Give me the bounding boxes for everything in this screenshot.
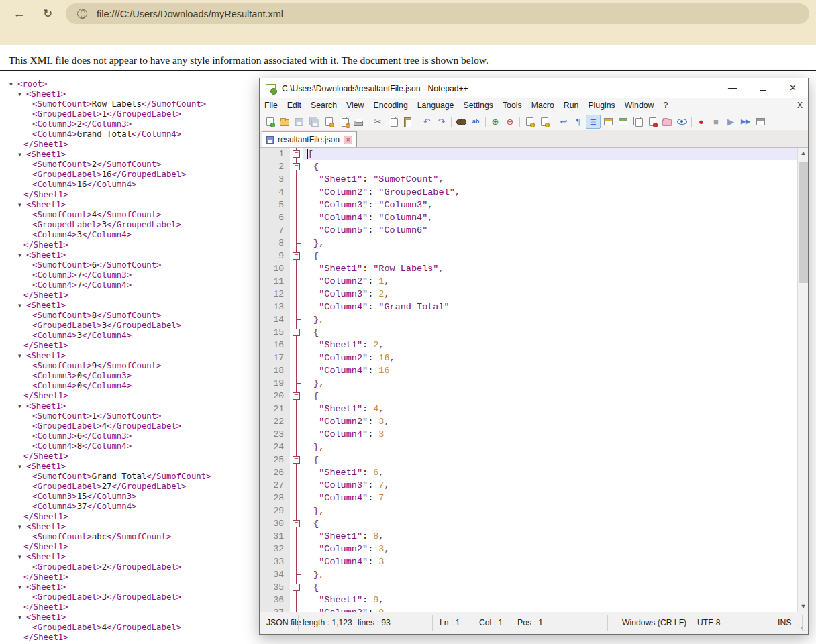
fold-margin[interactable] <box>290 237 303 250</box>
zoom-out-icon[interactable]: ⊖ <box>503 115 517 129</box>
code-text[interactable]: "Sheet1": 2, <box>303 339 808 352</box>
code-text[interactable]: { <box>303 453 808 466</box>
collapse-arrow-icon[interactable]: ▼ <box>18 522 26 532</box>
macro-record-icon[interactable]: ● <box>694 115 709 129</box>
code-text[interactable]: "Column2": 16, <box>303 352 808 364</box>
fold-margin[interactable] <box>290 199 303 211</box>
fold-margin[interactable]: − <box>290 581 303 594</box>
fold-collapse-icon[interactable]: − <box>293 252 300 260</box>
code-text[interactable]: "Column3": 0 <box>303 606 808 612</box>
code-text[interactable]: }, <box>303 441 808 453</box>
back-button[interactable]: ← <box>11 5 28 23</box>
fold-margin[interactable] <box>290 186 303 199</box>
show-all-characters-icon[interactable]: ¶ <box>571 115 586 129</box>
fold-margin[interactable] <box>290 415 303 428</box>
fold-margin[interactable] <box>290 288 303 301</box>
code-text[interactable]: { <box>303 326 808 339</box>
menu-language[interactable]: Language <box>413 98 459 113</box>
code-text[interactable]: "Column5": "Column6" <box>303 224 808 237</box>
fold-margin[interactable] <box>290 606 303 612</box>
collapse-arrow-icon[interactable]: ▼ <box>18 301 26 311</box>
fold-margin[interactable]: − <box>290 148 303 160</box>
fold-margin[interactable]: − <box>290 160 303 173</box>
menu-file[interactable]: File <box>260 98 283 113</box>
save-all-icon[interactable] <box>307 115 321 129</box>
paste-icon[interactable] <box>400 115 415 129</box>
find-icon[interactable] <box>454 115 468 129</box>
document-list-icon[interactable] <box>630 115 645 129</box>
menu-search[interactable]: Search <box>306 98 342 113</box>
fold-margin[interactable] <box>290 301 303 313</box>
fold-margin[interactable]: − <box>290 326 303 339</box>
code-text[interactable]: { <box>303 390 808 402</box>
collapse-arrow-icon[interactable]: ▼ <box>18 401 26 411</box>
code-text[interactable]: }, <box>303 377 808 390</box>
fold-margin[interactable] <box>290 479 303 492</box>
fold-margin[interactable] <box>290 364 303 377</box>
collapse-arrow-icon[interactable]: ▼ <box>18 250 26 260</box>
macro-run-multiple-icon[interactable]: ▶▶ <box>738 115 753 129</box>
code-text[interactable]: "Column4": "Column4", <box>303 211 808 224</box>
close-file-icon[interactable] <box>321 115 336 129</box>
close-button[interactable]: × <box>778 78 808 98</box>
fold-margin[interactable] <box>290 543 303 555</box>
collapse-arrow-icon[interactable]: ▼ <box>18 351 26 361</box>
replace-icon[interactable]: ab <box>468 115 483 129</box>
menu-plugins[interactable]: Plugins <box>583 98 619 113</box>
fold-margin[interactable] <box>290 352 303 364</box>
new-file-icon[interactable] <box>262 115 277 129</box>
code-text[interactable]: "Column4": 7 <box>303 492 808 504</box>
fold-margin[interactable] <box>290 492 303 504</box>
code-text[interactable]: "Column2": "GroupedLabel", <box>303 186 808 199</box>
collapse-arrow-icon[interactable]: ▼ <box>18 150 26 160</box>
code-text[interactable]: }, <box>303 237 808 250</box>
code-text[interactable]: "Sheet1": 8, <box>303 530 808 543</box>
code-text[interactable]: "Column4": 16 <box>303 364 808 377</box>
code-text[interactable]: }, <box>303 568 808 581</box>
fold-margin[interactable] <box>290 339 303 352</box>
scrollbar-thumb[interactable] <box>799 162 808 283</box>
cut-icon[interactable]: ✂ <box>370 115 385 129</box>
fold-margin[interactable] <box>290 224 303 237</box>
code-text[interactable]: "Column3": 7, <box>303 479 808 492</box>
collapse-arrow-icon[interactable]: ▼ <box>18 200 26 210</box>
collapse-arrow-icon[interactable]: ▼ <box>9 79 17 89</box>
menu-encoding[interactable]: Encoding <box>368 98 412 113</box>
fold-margin[interactable]: − <box>290 517 303 530</box>
address-bar[interactable]: file:///C:/Users/Downloads/myResultant.x… <box>66 3 809 24</box>
fold-collapse-icon[interactable]: − <box>293 456 300 464</box>
fold-margin[interactable] <box>290 441 303 453</box>
fold-collapse-icon[interactable]: − <box>293 150 300 158</box>
menu-macro[interactable]: Macro <box>527 98 559 113</box>
code-text[interactable]: "Column3": "Column3", <box>303 199 808 211</box>
code-text[interactable]: "Column3": 2, <box>303 288 808 301</box>
menu-help[interactable]: ? <box>658 98 672 113</box>
code-text[interactable]: }, <box>303 313 808 326</box>
fold-margin[interactable] <box>290 262 303 275</box>
fold-margin[interactable] <box>290 173 303 186</box>
macro-save-icon[interactable] <box>753 115 768 129</box>
collapse-arrow-icon[interactable]: ▼ <box>18 89 26 99</box>
menu-close-document-button[interactable]: X <box>797 98 803 113</box>
code-text[interactable]: "Sheet1": 6, <box>303 466 808 479</box>
code-text[interactable]: "Column2": 3, <box>303 543 808 555</box>
fold-margin[interactable] <box>290 402 303 415</box>
code-text[interactable]: "Column4": 3 <box>303 428 808 441</box>
zoom-in-icon[interactable]: ⊕ <box>488 115 503 129</box>
maximize-button[interactable] <box>748 78 778 98</box>
fold-collapse-icon[interactable]: − <box>293 392 300 400</box>
sync-vertical-icon[interactable] <box>522 115 537 129</box>
folder-as-workspace-icon[interactable] <box>660 115 674 129</box>
code-text[interactable]: "Sheet1": 4, <box>303 402 808 415</box>
code-text[interactable]: { <box>303 517 808 530</box>
fold-margin[interactable] <box>290 428 303 441</box>
print-icon[interactable] <box>351 115 366 129</box>
code-text[interactable]: }, <box>303 504 808 517</box>
code-text[interactable]: [ <box>303 148 808 160</box>
fold-collapse-icon[interactable]: − <box>293 329 300 336</box>
close-all-icon[interactable] <box>336 115 351 129</box>
code-text[interactable]: "Column2": 1, <box>303 275 808 288</box>
fold-margin[interactable] <box>290 504 303 517</box>
vertical-scrollbar[interactable]: ▲ ▼ <box>797 148 808 612</box>
reload-button[interactable]: ↻ <box>39 5 56 23</box>
